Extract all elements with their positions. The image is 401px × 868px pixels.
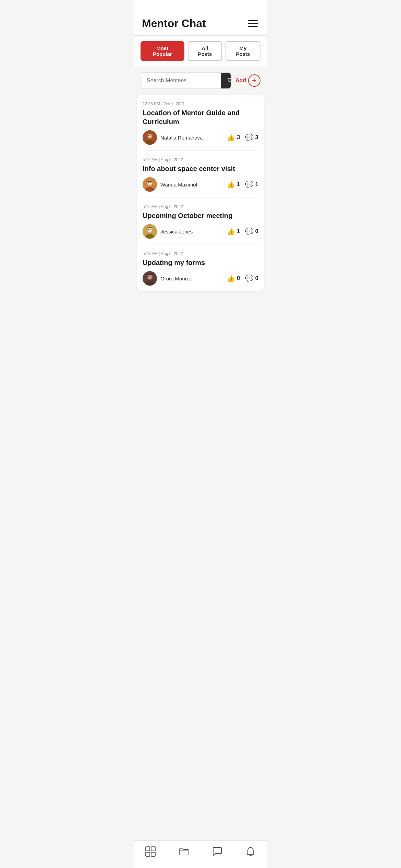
post-stats: 👍 1 💬 1 <box>227 180 258 189</box>
thumbs-up-icon: 👍 <box>227 180 235 189</box>
bottom-nav <box>134 840 267 868</box>
chat-icon <box>212 846 223 857</box>
likes-count: 👍 1 <box>227 227 240 236</box>
svg-rect-24 <box>146 847 150 851</box>
post-meta: Ororo Monroe 👍 0 💬 0 <box>143 271 258 286</box>
post-stats: 👍 0 💬 0 <box>227 274 258 282</box>
thumbs-up-icon: 👍 <box>227 133 235 142</box>
search-wrapper <box>141 72 231 89</box>
post-author: Wanda Maximoff <box>143 177 199 192</box>
nav-chat[interactable] <box>206 845 228 858</box>
avatar-image <box>143 177 157 192</box>
posts-list: 12:36 PM | Oct 1, 2021 Location of Mento… <box>137 95 264 291</box>
search-section: Add + <box>134 67 267 95</box>
likes-count: 👍 1 <box>227 180 240 189</box>
comments-count: 💬 0 <box>245 274 258 282</box>
svg-point-17 <box>150 229 151 230</box>
likes-count: 👍 3 <box>227 133 240 142</box>
page-title: Mentor Chat <box>142 17 206 30</box>
nav-folders[interactable] <box>173 845 195 858</box>
comment-icon: 💬 <box>245 180 254 189</box>
add-button[interactable]: Add + <box>235 74 260 87</box>
svg-point-10 <box>148 182 149 183</box>
thumbs-up-icon: 👍 <box>227 274 235 282</box>
comment-icon: 💬 <box>245 274 254 282</box>
post-timestamp: 12:36 PM | Oct 1, 2021 <box>143 101 258 106</box>
author-name: Natalia Romanova <box>160 135 203 141</box>
post-item[interactable]: 5:19 AM | Aug 5, 2022 Info about space c… <box>143 150 258 197</box>
menu-button[interactable] <box>247 19 259 28</box>
post-title: Updating my forms <box>143 258 258 267</box>
avatar <box>143 271 157 286</box>
thumbs-up-icon: 👍 <box>227 227 235 236</box>
add-label: Add <box>235 77 246 84</box>
tab-bar: Most Popular All Posts My Posts <box>134 36 267 67</box>
svg-rect-25 <box>151 847 155 851</box>
avatar <box>143 224 157 239</box>
post-author: Jessica Jones <box>143 224 193 239</box>
nav-dashboard[interactable] <box>139 845 161 858</box>
likes-count: 👍 0 <box>227 274 240 282</box>
avatar <box>143 177 157 192</box>
svg-point-11 <box>150 182 151 183</box>
add-circle-icon: + <box>248 74 260 87</box>
post-timestamp: 5:13 AM | Aug 5, 2022 <box>143 251 258 256</box>
comments-count: 💬 1 <box>245 180 258 189</box>
post-timestamp: 5:16 AM | Aug 5, 2022 <box>143 204 258 209</box>
folders-icon <box>178 846 189 857</box>
comment-icon: 💬 <box>245 133 254 142</box>
comment-icon: 💬 <box>245 227 254 236</box>
tab-my-posts[interactable]: My Posts <box>226 41 260 61</box>
svg-point-4 <box>148 135 149 136</box>
dashboard-icon <box>145 846 156 857</box>
search-button[interactable] <box>221 73 231 88</box>
post-author: Natalia Romanova <box>143 130 203 145</box>
svg-rect-26 <box>146 852 150 856</box>
author-name: Jessica Jones <box>160 229 193 234</box>
search-icon <box>227 77 231 84</box>
comments-count: 💬 0 <box>245 227 258 236</box>
search-input[interactable] <box>141 73 221 88</box>
author-name: Ororo Monroe <box>160 276 192 281</box>
post-meta: Natalia Romanova 👍 3 💬 3 <box>143 130 258 145</box>
header: Mentor Chat <box>134 0 267 36</box>
post-timestamp: 5:19 AM | Aug 5, 2022 <box>143 157 258 162</box>
avatar-image <box>143 130 157 145</box>
post-title: Info about space center visit <box>143 164 258 173</box>
svg-point-16 <box>148 229 149 230</box>
post-item[interactable]: 5:16 AM | Aug 5, 2022 Upcoming October m… <box>143 197 258 244</box>
svg-point-23 <box>150 276 151 277</box>
post-item[interactable]: 5:13 AM | Aug 5, 2022 Updating my forms <box>143 244 258 291</box>
post-author: Ororo Monroe <box>143 271 192 286</box>
post-stats: 👍 1 💬 0 <box>227 227 258 236</box>
svg-point-22 <box>148 276 149 277</box>
notifications-icon <box>245 846 256 857</box>
tab-most-popular[interactable]: Most Popular <box>141 41 184 61</box>
avatar <box>143 130 157 145</box>
post-meta: Jessica Jones 👍 1 💬 0 <box>143 224 258 239</box>
avatar-image <box>143 224 157 239</box>
svg-rect-27 <box>151 852 155 856</box>
avatar-image <box>143 271 157 286</box>
author-name: Wanda Maximoff <box>160 182 199 188</box>
comments-count: 💬 3 <box>245 133 258 142</box>
post-stats: 👍 3 💬 3 <box>227 133 258 142</box>
post-title: Upcoming October meeting <box>143 211 258 220</box>
nav-notifications[interactable] <box>240 845 262 858</box>
tab-all-posts[interactable]: All Posts <box>188 41 222 61</box>
svg-point-5 <box>150 135 151 136</box>
post-title: Location of Mentor Guide and Curriculum <box>143 108 258 126</box>
post-meta: Wanda Maximoff 👍 1 💬 1 <box>143 177 258 192</box>
post-item[interactable]: 12:36 PM | Oct 1, 2021 Location of Mento… <box>143 95 258 150</box>
